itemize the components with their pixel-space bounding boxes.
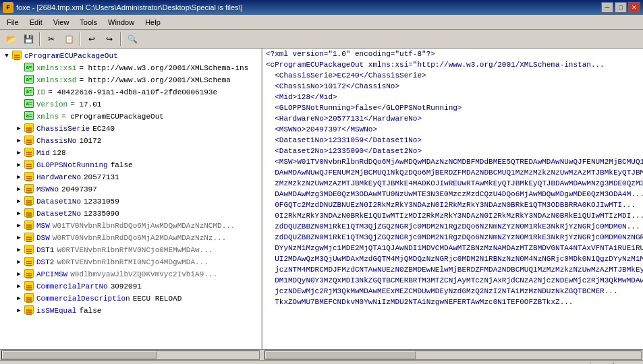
elem-dst2-value: W0RTVENvbnRlbnRfMI0NCjo4MDgwMDA... [57, 257, 208, 268]
elem-apcimsw-icon [24, 269, 35, 278]
elem-desc-name: CommercialDescription [36, 293, 130, 304]
xml-line-2: <ChassisSerie>EC240</ChassisSerie> [263, 70, 643, 81]
attr-version-value: = 17.01 [70, 99, 101, 110]
menu-view[interactable]: View [48, 17, 75, 28]
elem-chassisno-name: ChassisNo [36, 135, 76, 146]
elem-apcimsw-value: W0dlbmVyaWJlbVZQ0KVmVyc2IvbiA9... [70, 269, 217, 280]
toolbar-redo[interactable]: ↪ [101, 32, 117, 47]
elem-chassisserie-name: ChassisSerie [36, 123, 90, 134]
tree-elem-dsw[interactable]: ▶ DSW W0RTV0NvbnRlbnRdDQo6MjA2MDAwMDAzNz… [0, 232, 261, 244]
elem-glopps-icon [24, 160, 35, 169]
tree-elem-msw[interactable]: ▶ MSW W01TV0NvbnRlbnRdDQo6MjAwMDQwMDAzNz… [0, 220, 261, 232]
xml-line-11: DAwMDAwNUwQJFENUM2MjBCMUQ1NkQzDQo6MjBERD… [263, 167, 643, 178]
tree-elem-dst1[interactable]: ▶ DST1 W0RTVENvbnRlbnRfMV0NCjo0MEMwMDAw.… [0, 244, 261, 256]
attr-xsi-icon: a= [24, 63, 35, 72]
xml-line-18: DYyNzM1MzgwMjc1MDE2MjQTA1QJAwNDI1MDVCMDA… [263, 243, 643, 253]
close-button[interactable]: ✕ [628, 2, 640, 13]
tree-elem-dataset2no[interactable]: ▶ Dataset2No 12335090 [0, 208, 261, 220]
right-scrollbar-thumb[interactable] [265, 351, 416, 359]
menu-edit[interactable]: Edit [24, 17, 48, 28]
elem-isequal-icon [24, 305, 35, 315]
toolbar-undo[interactable]: ↩ [84, 32, 100, 47]
xml-line-10: <MSW>W01TV0NvbnRlbnRdDQo6MjAwMDQwMDAzNzN… [263, 156, 643, 167]
tree-attr-xsd[interactable]: a= xmlns:xsd = http://www.w3.org/2001/XM… [0, 74, 261, 86]
left-scrollbar-track[interactable] [1, 351, 260, 360]
tree-elem-chassisserie[interactable]: ▶ ChassisSerie EC240 [0, 123, 261, 135]
tree-elem-isequal[interactable]: ▶ isSWEqual false [0, 305, 261, 317]
toolbar-separator-2 [80, 32, 81, 46]
elem-dsw-icon [24, 233, 35, 242]
tree-elem-hardwareno[interactable]: ▶ HardwareNo 20577131 [0, 171, 261, 183]
menu-window[interactable]: Window [103, 17, 140, 28]
tree-elem-dataset1no[interactable]: ▶ Dataset1No 12331059 [0, 195, 261, 208]
elem-mid-value: 128 [53, 148, 66, 158]
elem-dataset2no-value: 12335090 [84, 208, 119, 219]
attr-xmlns-value: = cProgramECUPackageOut [61, 111, 164, 122]
elem-dataset1no-name: Dataset1No [36, 196, 81, 207]
root-element-icon [12, 51, 23, 60]
attr-version-icon: a= [24, 99, 35, 109]
elem-partno-value: 3092091 [111, 281, 142, 292]
elem-dataset2no-name: Dataset2No [36, 208, 81, 219]
attr-xsi-name: xmlns:xsi [36, 63, 76, 73]
menu-help[interactable]: Help [140, 17, 166, 28]
elem-glopps-value: false [111, 160, 133, 171]
tree-elem-partno[interactable]: ▶ CommercialPartNo 3092091 [0, 280, 261, 293]
status-position: 495 [590, 362, 614, 365]
toolbar-cut[interactable]: ✂ [43, 32, 59, 47]
xml-line-9: <Dataset2No>12335090</Dataset2No> [263, 146, 643, 156]
elem-dst1-name: DST1 [36, 245, 54, 255]
attr-id-name: ID [36, 87, 45, 98]
tree-attr-version[interactable]: a= Version = 17.01 [0, 98, 261, 111]
restore-button[interactable]: □ [615, 2, 627, 13]
toolbar-save[interactable]: 💾 [20, 32, 36, 47]
title-controls[interactable]: ─ □ ✕ [601, 2, 640, 13]
tree-elem-chassisno[interactable]: ▶ ChassisNo 10172 [0, 135, 261, 147]
menu-bar: File Edit View Tools Window Help [0, 15, 643, 30]
xml-source-panel[interactable]: <?xml version="1.0" encoding="utf-8"?> <… [263, 49, 643, 349]
elem-mid-icon [24, 148, 35, 157]
left-scrollbar-thumb[interactable] [2, 351, 157, 359]
toolbar-find[interactable]: 🔍 [124, 32, 140, 47]
xml-line-13: DAwMDAwMzg3MDE0QzM3ODAwMTU0NzUwMTE3N3E0M… [263, 189, 643, 200]
menu-tools[interactable]: Tools [74, 17, 103, 28]
xml-line-16: zdDQUZBBZN0M1RkE1QTM3QjZGQzNGRjc0MDM2N1R… [263, 221, 643, 232]
xml-line-0: <?xml version="1.0" encoding="utf-8"?> [263, 49, 643, 59]
tree-toggle-root[interactable]: ▼ [1, 51, 12, 61]
tree-attr-id[interactable]: a= ID = 48422616-91a1-4db8-a10f-2fde0006… [0, 86, 261, 98]
minimize-button[interactable]: ─ [601, 2, 613, 13]
left-horizontal-scrollbar[interactable] [0, 350, 263, 360]
elem-msw-icon [24, 220, 35, 230]
tree-elem-apcimsw[interactable]: ▶ APCIMSW W0dlbmVyaWJlbVZQ0KVmVyc2IvbiA9… [0, 268, 261, 280]
scrollbar-area [0, 349, 643, 360]
xml-line-23: TkxZOwMU7BMEFCNDkvM0YwNiIzMDU2NTA1NzgwNE… [263, 297, 643, 307]
elem-mid-name: Mid [36, 148, 50, 158]
attr-xsd-icon: a= [24, 75, 35, 84]
status-bar: Ready 495 CAP [0, 360, 643, 364]
status-ready: Ready [3, 362, 590, 365]
toolbar-copy[interactable]: 📋 [61, 32, 77, 47]
right-scrollbar-track[interactable] [264, 351, 642, 360]
tree-root-item[interactable]: ▼ cProgramECUPackageOut [0, 50, 261, 62]
xml-line-3: <ChassisNo>10172</ChassisNo> [263, 81, 643, 92]
tree-elem-mswno[interactable]: ▶ MSWNo 20497397 [0, 183, 261, 195]
tree-panel[interactable]: ▼ cProgramECUPackageOut a= xmlns:xsi = h… [0, 49, 263, 349]
title-bar-left: F foxe - [2684.tmp.xml C:\Users\Administ… [3, 2, 243, 13]
xml-line-22: jczNDEwMjc2RjM3QkMwMDAwMEExMEZCMDUwMDEyN… [263, 286, 643, 297]
right-horizontal-scrollbar[interactable] [263, 350, 643, 360]
tree-elem-mid[interactable]: ▶ Mid 128 [0, 147, 261, 159]
xml-line-5: <GLOPPSNotRunning>false</GLOPPSNotRunnin… [263, 102, 643, 113]
status-caps: CAP [614, 362, 640, 365]
tree-elem-glopps[interactable]: ▶ GLOPPSNotRunning false [0, 159, 261, 171]
menu-file[interactable]: File [1, 17, 24, 28]
toolbar-open[interactable]: 📂 [3, 32, 19, 47]
tree-attr-xmlns[interactable]: a= xmlns = cProgramECUPackageOut [0, 111, 261, 123]
tree-elem-desc[interactable]: ▶ CommercialDescription EECU RELOAD [0, 293, 261, 305]
xml-line-7: <MSWNo>20497397</MSWNo> [263, 124, 643, 135]
xml-line-12: zMzMzkzNzUwMzAzMTJBMkEyQTJBMkE4MA0KOJIwR… [263, 178, 643, 189]
tree-attr-xsi[interactable]: a= xmlns:xsi = http://www.w3.org/2001/XM… [0, 62, 261, 74]
elem-isequal-value: false [79, 305, 101, 316]
elem-hardwareno-icon [24, 172, 35, 181]
tree-elem-dst2[interactable]: ▶ DST2 W0RTVENvbnRlbnRfMI0NCjo4MDgwMDA..… [0, 256, 261, 268]
xml-line-4: <Mid>128</Mid> [263, 92, 643, 102]
